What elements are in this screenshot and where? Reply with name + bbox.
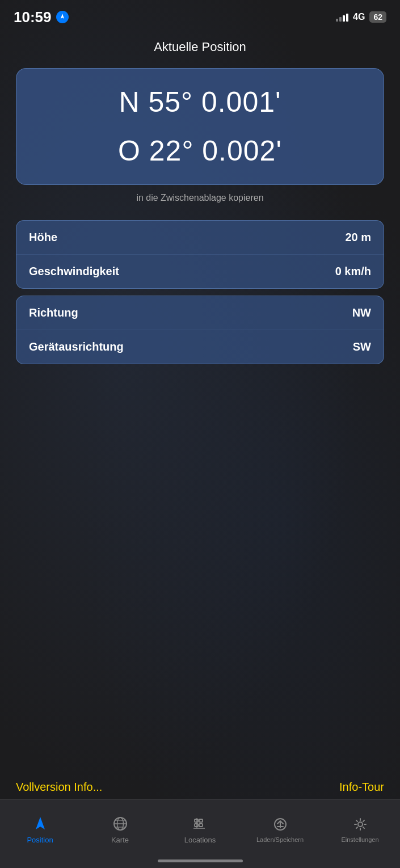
speed-row: Geschwindigkeit 0 km/h xyxy=(16,255,384,288)
clipboard-hint[interactable]: in die Zwischenablage kopieren xyxy=(0,193,400,203)
karte-tab-label: Karte xyxy=(111,836,129,844)
locations-tab-label: Locations xyxy=(184,836,216,844)
direction-card: Richtung NW Gerätausrichtung SW xyxy=(16,296,384,364)
altitude-row: Höhe 20 m xyxy=(16,221,384,255)
device-orientation-value: SW xyxy=(353,340,371,353)
longitude-display: O 22° 0.002' xyxy=(118,134,282,167)
speed-value: 0 km/h xyxy=(335,265,371,278)
altitude-label: Höhe xyxy=(29,231,57,244)
tab-position[interactable]: Position xyxy=(0,815,80,844)
latitude-display: N 55° 0.001' xyxy=(119,86,281,119)
tab-locations[interactable]: Locations xyxy=(160,815,240,844)
karte-tab-icon xyxy=(111,815,129,833)
speed-label: Geschwindigkeit xyxy=(29,265,119,278)
direction-value: NW xyxy=(352,306,371,319)
altitude-speed-card: Höhe 20 m Geschwindigkeit 0 km/h xyxy=(16,220,384,289)
status-time: 10:59 xyxy=(14,9,69,26)
tab-einstellungen[interactable]: Einstellungen xyxy=(320,815,400,843)
laden-speichern-tab-label: Laden/Speichern xyxy=(256,836,304,843)
battery-indicator: 62 xyxy=(369,11,386,23)
position-tab-icon xyxy=(31,815,49,833)
svg-rect-7 xyxy=(199,819,203,822)
signal-bars-icon xyxy=(336,12,348,22)
status-bar: 10:59 4G 62 xyxy=(0,0,400,31)
direction-row: Richtung NW xyxy=(16,296,384,330)
svg-point-12 xyxy=(358,822,363,827)
vollversion-info-link[interactable]: Vollversion Info... xyxy=(16,781,102,794)
promo-bar: Vollversion Info... Info-Tour xyxy=(0,781,400,794)
coordinate-card[interactable]: N 55° 0.001' O 22° 0.002' xyxy=(16,68,384,185)
tab-laden-speichern[interactable]: Laden/Speichern xyxy=(240,815,320,843)
location-icon xyxy=(56,11,69,23)
network-type: 4G xyxy=(353,12,365,22)
home-indicator xyxy=(0,856,400,868)
einstellungen-tab-icon xyxy=(351,815,369,833)
altitude-value: 20 m xyxy=(345,231,371,244)
locations-tab-icon xyxy=(191,815,209,833)
home-bar xyxy=(158,859,243,862)
svg-rect-5 xyxy=(195,819,198,822)
svg-rect-8 xyxy=(199,824,203,827)
direction-label: Richtung xyxy=(29,306,78,319)
tab-bar: Position Karte xyxy=(0,799,400,856)
svg-rect-6 xyxy=(195,824,198,827)
device-orientation-row: Gerätausrichtung SW xyxy=(16,330,384,364)
status-right: 4G 62 xyxy=(336,11,386,23)
tab-karte[interactable]: Karte xyxy=(80,815,160,844)
laden-speichern-tab-icon xyxy=(271,815,289,833)
device-orientation-label: Gerätausrichtung xyxy=(29,340,124,353)
info-section: Höhe 20 m Geschwindigkeit 0 km/h Richtun… xyxy=(16,220,384,371)
info-tour-link[interactable]: Info-Tour xyxy=(339,781,384,794)
einstellungen-tab-label: Einstellungen xyxy=(341,836,378,843)
position-tab-label: Position xyxy=(27,836,53,844)
page-title: Aktuelle Position xyxy=(0,40,400,54)
